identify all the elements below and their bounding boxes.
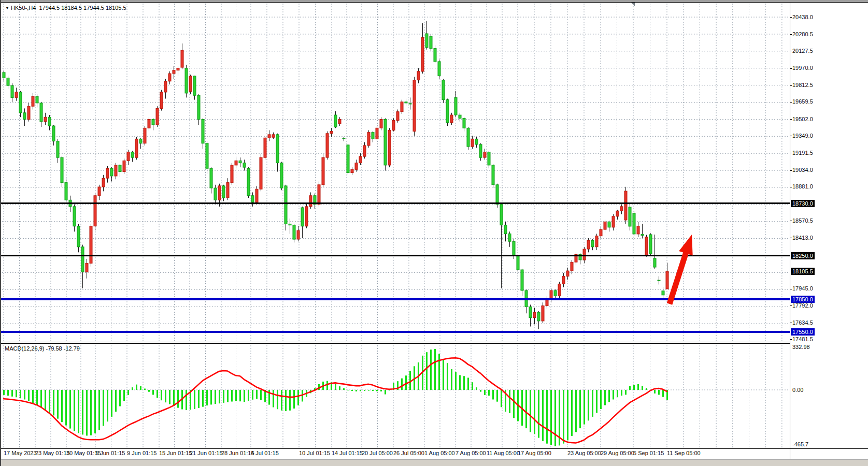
- time-label: 15 Jun 01:15: [159, 450, 192, 456]
- price-tick: [790, 289, 792, 289]
- time-label: 29 Aug 05:00: [601, 450, 634, 456]
- high-value: 18184.5: [61, 5, 82, 11]
- price-tick: [790, 339, 792, 340]
- time-label: 10 Jul 01:15: [299, 450, 330, 456]
- price-tick-label: 18570.5: [792, 217, 813, 224]
- price-tick: [790, 34, 792, 35]
- price-level-label: 18730.0: [791, 200, 815, 207]
- price-level-label: 17550.0: [791, 328, 815, 336]
- price-tick-label: 17481.5: [792, 336, 813, 343]
- panel-separator[interactable]: [1, 343, 790, 344]
- time-label: 11 Aug 05:00: [487, 450, 520, 456]
- candles-group: [3, 21, 668, 329]
- chevron-down-icon[interactable]: ▼: [5, 6, 9, 10]
- price-tick: [790, 51, 792, 51]
- price-tick-label: 18881.0: [792, 183, 813, 190]
- macd-axis-label: 0.00: [792, 387, 803, 393]
- chart-canvas[interactable]: [1, 0, 868, 466]
- price-tick: [790, 305, 792, 306]
- price-tick-label: 18413.0: [792, 235, 813, 241]
- price-tick: [790, 136, 792, 136]
- macd-axis-label: 332.98: [792, 344, 810, 350]
- price-level-label: 18250.0: [791, 252, 815, 259]
- time-label: 4 Jul 01:15: [251, 450, 279, 456]
- window-bottom-strip: [1, 459, 868, 466]
- time-label: 5 Jun 01:15: [95, 450, 125, 456]
- price-tick-label: 19034.0: [792, 167, 813, 173]
- time-label: 9 Jun 01:15: [127, 450, 157, 456]
- time-label: 17 Aug 05:00: [518, 450, 551, 456]
- time-label: 20 Jul 05:00: [362, 450, 393, 456]
- open-value: 17944.5: [39, 5, 60, 11]
- price-tick: [790, 323, 792, 323]
- time-label: 21 Jun 01:15: [190, 450, 223, 456]
- time-label: 7 Aug 05:00: [456, 450, 486, 456]
- price-level-label: 17850.0: [791, 296, 815, 303]
- low-value: 17944.5: [83, 5, 104, 11]
- time-axis-separator: [1, 448, 868, 449]
- price-tick-label: 20438.0: [792, 14, 813, 21]
- price-tick: [790, 85, 792, 86]
- level-lines[interactable]: [1, 202, 790, 333]
- price-tick-label: 17945.0: [792, 285, 813, 292]
- macd-axis-label: -465.7: [792, 441, 808, 447]
- time-label: 26 Jul 05:00: [393, 450, 424, 456]
- price-tick-label: 19502.0: [792, 116, 813, 123]
- ohlc-header: ▼ HK50-,H4 17944.5 18184.5 17944.5 18105…: [5, 5, 126, 11]
- macd-histogram: [3, 349, 668, 446]
- chart-window: ▼ HK50-,H4 17944.5 18184.5 17944.5 18105…: [0, 0, 868, 466]
- price-axis-separator: [790, 3, 790, 459]
- close-value: 18105.5: [106, 5, 126, 11]
- price-tick: [790, 119, 792, 120]
- price-tick: [790, 238, 792, 238]
- time-label: 1 Aug 05:00: [424, 450, 455, 456]
- price-tick-label: 17792.0: [792, 302, 813, 309]
- time-label: 28 Jun 01:15: [221, 450, 254, 456]
- time-label: 23 May 01:15: [35, 450, 70, 456]
- price-tick: [790, 17, 792, 18]
- price-tick: [790, 170, 792, 171]
- price-tick-label: 19659.5: [792, 98, 813, 105]
- time-label: 5 Sep 01:15: [633, 450, 664, 456]
- time-label: 17 May 2023: [4, 450, 37, 456]
- price-tick-label: 19812.5: [792, 82, 813, 89]
- price-tick: [790, 68, 792, 69]
- price-tick-label: 20280.5: [792, 31, 813, 38]
- price-tick-label: 19970.0: [792, 65, 813, 71]
- price-tick-label: 17634.5: [792, 319, 813, 326]
- price-tick: [790, 102, 792, 103]
- price-tick-label: 19191.5: [792, 150, 813, 156]
- price-tick-label: 19349.0: [792, 133, 813, 139]
- price-tick: [790, 221, 792, 221]
- price-tick: [790, 153, 792, 153]
- price-tick-label: 20127.5: [792, 48, 813, 54]
- macd-indicator-label: MACD(12,26,9) -79.58 -12.79: [5, 345, 80, 352]
- time-label: 14 Jul 01:15: [332, 450, 363, 456]
- grid-vertical: [4, 4, 782, 448]
- symbol-timeframe-label: HK50-,H4: [11, 5, 36, 11]
- panel-separator[interactable]: [1, 342, 790, 342]
- time-label: 11 Sep 05:00: [667, 450, 701, 456]
- current-price-label: 18105.5: [791, 268, 815, 275]
- time-label: 23 Aug 05:00: [567, 450, 601, 456]
- price-tick: [790, 187, 792, 187]
- trend-arrow[interactable]: [670, 235, 693, 304]
